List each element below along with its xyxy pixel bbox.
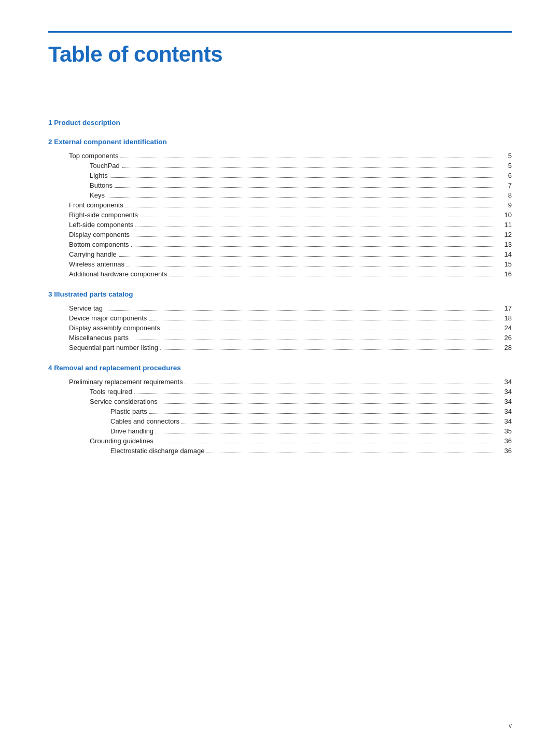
toc-label: Electrostatic discharge damage <box>110 447 204 455</box>
toc-page: 36 <box>497 437 512 445</box>
toc-entry: Sequential part number listing28 <box>48 343 512 353</box>
toc-label: Wireless antennas <box>69 260 124 268</box>
toc-dots <box>134 393 495 394</box>
toc-entry: Cables and connectors34 <box>48 416 512 426</box>
toc-page: 5 <box>497 152 512 160</box>
toc-entry: Keys8 <box>48 190 512 200</box>
toc-label: Miscellaneous parts <box>69 334 129 342</box>
toc-dots <box>131 340 495 340</box>
toc-page: 15 <box>497 260 512 268</box>
toc-entry: Buttons7 <box>48 180 512 190</box>
toc-entry: Electrostatic discharge damage36 <box>48 446 512 456</box>
toc-entry: Bottom components13 <box>48 240 512 249</box>
section-2-heading: 2 External component identification <box>48 138 512 146</box>
toc-dots <box>125 207 495 207</box>
toc-label: Carrying handle <box>69 250 117 258</box>
toc-page: 10 <box>497 211 512 219</box>
toc-label: Cables and connectors <box>110 417 179 425</box>
toc-label: Preliminary replacement requirements <box>69 378 183 386</box>
toc-page: 14 <box>497 250 512 258</box>
toc-label: Bottom components <box>69 241 129 248</box>
toc-dots <box>135 227 495 227</box>
toc-page: 35 <box>497 427 512 435</box>
toc-label: Left-side components <box>69 221 133 229</box>
toc-label: Grounding guidelines <box>90 437 153 445</box>
toc-dots <box>149 413 495 414</box>
toc-entry: Wireless antennas15 <box>48 259 512 269</box>
toc-label: Keys <box>90 191 105 199</box>
toc-entry: Tools required34 <box>48 387 512 397</box>
toc-entry: Grounding guidelines36 <box>48 436 512 446</box>
toc-page: 5 <box>497 162 512 170</box>
toc-page: 13 <box>497 241 512 248</box>
toc-page: 34 <box>497 417 512 425</box>
toc-dots <box>105 310 495 311</box>
section-3-heading: 3 Illustrated parts catalog <box>48 290 512 298</box>
toc-page: 26 <box>497 334 512 342</box>
toc-label: Service considerations <box>90 398 158 405</box>
section-4: 4 Removal and replacement proceduresPrel… <box>48 364 512 456</box>
toc-page: 24 <box>497 324 512 332</box>
toc-entry: Left-side components11 <box>48 220 512 230</box>
page-container: Table of contents 1 Product description2… <box>0 0 560 508</box>
toc-page: 12 <box>497 231 512 238</box>
toc-page: 34 <box>497 398 512 405</box>
toc-dots <box>119 256 495 257</box>
toc-page: 7 <box>497 181 512 189</box>
toc-page: 9 <box>497 201 512 209</box>
toc-entry: Lights6 <box>48 171 512 180</box>
toc-label: Display assembly components <box>69 324 160 332</box>
toc-label: Lights <box>90 172 108 179</box>
toc-label: Device major components <box>69 314 147 322</box>
toc-dots <box>169 276 495 276</box>
toc-entry: Miscellaneous parts26 <box>48 333 512 343</box>
toc-dots <box>181 423 495 424</box>
toc-sections: 1 Product description2 External componen… <box>48 119 512 456</box>
toc-page: 36 <box>497 447 512 455</box>
toc-label: Tools required <box>90 388 132 396</box>
toc-entry: Right-side components10 <box>48 210 512 220</box>
toc-dots <box>107 197 495 198</box>
toc-dots <box>131 246 495 247</box>
toc-dots <box>110 177 495 178</box>
toc-dots <box>160 349 495 350</box>
toc-label: Plastic parts <box>110 407 147 415</box>
toc-page: 34 <box>497 407 512 415</box>
toc-dots <box>160 403 495 404</box>
toc-dots <box>132 236 495 237</box>
toc-label: Additional hardware components <box>69 270 167 278</box>
toc-entry: Display assembly components24 <box>48 323 512 333</box>
toc-entry: Carrying handle14 <box>48 249 512 259</box>
page-title: Table of contents <box>48 42 512 67</box>
toc-page: 34 <box>497 388 512 396</box>
toc-page: 16 <box>497 270 512 278</box>
toc-label: Sequential part number listing <box>69 344 158 352</box>
toc-label: TouchPad <box>90 162 120 170</box>
toc-entry: Top components5 <box>48 151 512 161</box>
toc-page: 17 <box>497 304 512 312</box>
section-3: 3 Illustrated parts catalogService tag17… <box>48 290 512 353</box>
toc-dots <box>156 443 495 443</box>
section-4-heading: 4 Removal and replacement procedures <box>48 364 512 372</box>
toc-entry: TouchPad5 <box>48 161 512 171</box>
toc-page: 8 <box>497 191 512 199</box>
toc-entry: Service tag17 <box>48 303 512 313</box>
top-rule <box>48 31 512 33</box>
toc-label: Display components <box>69 231 130 238</box>
toc-dots <box>122 167 495 168</box>
toc-entry: Plastic parts34 <box>48 406 512 416</box>
section-2: 2 External component identificationTop c… <box>48 138 512 279</box>
toc-page: 11 <box>497 221 512 229</box>
toc-label: Buttons <box>90 181 113 189</box>
section-1-heading: 1 Product description <box>48 119 512 126</box>
toc-page: 28 <box>497 344 512 352</box>
toc-entry: Display components12 <box>48 230 512 240</box>
toc-page: 18 <box>497 314 512 322</box>
toc-dots <box>120 158 495 158</box>
toc-entry: Service considerations34 <box>48 397 512 406</box>
toc-label: Right-side components <box>69 211 138 219</box>
page-footer: v <box>509 722 512 729</box>
toc-page: 34 <box>497 378 512 386</box>
toc-dots <box>140 217 495 217</box>
toc-dots <box>149 320 495 320</box>
